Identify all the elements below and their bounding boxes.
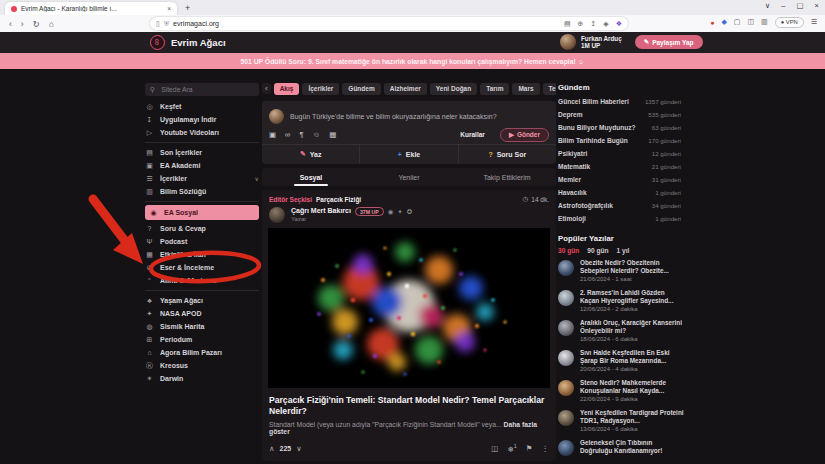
popular-article[interactable]: Geleneksel Çin Tıbbının Doğruluğu Kanıtl… (558, 439, 689, 464)
tab-yeni-dogan[interactable]: Yeni Doğan (430, 83, 477, 95)
popular-article[interactable]: 2. Ramses'in Lahidi Gözden Kaçan Hiyerog… (558, 289, 689, 317)
ask-question-button[interactable]: ?Soru Sor (459, 145, 556, 163)
filter-1-year[interactable]: 1 yıl (617, 247, 630, 254)
agenda-topic[interactable]: Astrofotoğrafçılık34 gönderi (558, 199, 689, 212)
window-close-icon[interactable]: × (815, 1, 819, 10)
sidebar-item-youtube-videolari[interactable]: ▷Youtube Videoları (145, 126, 259, 139)
sidebar-item-ea-akademi[interactable]: ▣EA Akademi (145, 159, 259, 172)
extension-blue-icon[interactable]: ◆ (721, 18, 726, 26)
view-tab-yeniler[interactable]: Yeniler (360, 168, 458, 186)
particle-collision-image[interactable] (268, 228, 550, 388)
containers-icon[interactable]: ▥ (761, 18, 768, 26)
rules-link[interactable]: Kurallar (460, 131, 485, 138)
tab-tarim[interactable]: Tarım (480, 83, 509, 95)
agenda-topic[interactable]: Güncel Bilim Haberleri1357 gönderi (558, 95, 689, 108)
sidebar-item-periodum[interactable]: ⊞Periodum (145, 333, 259, 346)
window-minimize-icon[interactable]: – (781, 1, 785, 10)
sidebar-item-nasa-apod[interactable]: ✦NASA APOD (145, 307, 259, 320)
popular-article[interactable]: Aralıklı Oruç, Karaciğer Kanserini Önley… (558, 319, 689, 347)
write-button[interactable]: ✎Yaz (262, 145, 360, 163)
sidebar-item-darwin[interactable]: ✶Darwin (145, 372, 259, 385)
sidebar-item-kreosus[interactable]: ⓀKreosus (145, 359, 259, 372)
sidebar-item-son-icerikler[interactable]: ▤Son İçerikler (145, 146, 259, 159)
agenda-topic[interactable]: Bunu Biliyor Muydunuz?63 gönderi (558, 121, 689, 134)
post-title[interactable]: Parçacık Fiziği'nin Temeli: Standart Mod… (262, 388, 556, 416)
agenda-topic[interactable]: Psikiyatri12 gönderi (558, 147, 689, 160)
emoji-icon[interactable]: ☺ (312, 130, 320, 139)
sidebar-item-etkinlik-ilan[interactable]: ▦Etkinlik & İlan (145, 248, 259, 261)
agenda-topic[interactable]: Havacılık1 gönderi (558, 186, 689, 199)
view-tab-takip-ettiklerim[interactable]: Takip Ettiklerim (458, 168, 556, 186)
reload-icon[interactable]: ↻ (33, 19, 40, 29)
sidebar-item-yasam-agaci[interactable]: ♣Yaşam Ağacı (145, 294, 259, 307)
sidebar-item-agora-bilim-pazari[interactable]: ⌂Agora Bilim Pazarı (145, 346, 259, 359)
popular-article[interactable]: Obezite Nedir? Obezitenin Sebepleri Nele… (558, 259, 689, 287)
agenda-topic[interactable]: Matematik21 gönderi (558, 160, 689, 173)
composer-placeholder[interactable]: Bugün Türkiye'de bilime ve bilim okuryaz… (290, 113, 497, 120)
kebab-menu-icon[interactable]: ⋮ (542, 444, 550, 453)
share-icon[interactable]: ↥ (590, 20, 596, 28)
sidebar-item-sismik-harita[interactable]: ◍Sismik Harita (145, 320, 259, 333)
agenda-topic[interactable]: Deprem535 gönderi (558, 108, 689, 121)
popular-article[interactable]: Steno Nedir? Mahkemelerde Konuşulanlar N… (558, 379, 689, 407)
tab-gundem[interactable]: Gündem (342, 83, 380, 95)
table-icon[interactable]: ▦ (329, 130, 336, 139)
home-icon[interactable]: ⌂ (49, 19, 54, 29)
add-button[interactable]: +Ekle (360, 145, 458, 163)
tab-mars[interactable]: Mars (512, 83, 539, 95)
filter-90-days[interactable]: 90 gün (587, 247, 608, 254)
site-search[interactable]: ⚲ (145, 83, 259, 96)
site-brand-name[interactable]: Evrim Ağacı (171, 37, 226, 48)
tracking-protection-icon[interactable]: ⛨ (164, 20, 169, 28)
filter-30-days[interactable]: 30 gün (558, 247, 579, 254)
format-icon[interactable]: ¶ (299, 130, 303, 139)
reader-icon[interactable]: ▤ (564, 20, 571, 28)
agenda-topic[interactable]: Memler31 gönderi (558, 173, 689, 186)
sidebar-item-kesfet[interactable]: ◎Keşfet (145, 100, 259, 113)
author-name[interactable]: Çağrı Mert Bakırcı (291, 207, 351, 215)
tab-icerikler[interactable]: İçerikler (302, 83, 339, 95)
user-avatar[interactable] (560, 34, 576, 50)
tab-alzheimer[interactable]: Alzheimer (384, 83, 427, 95)
sidebar-item-bilim-sozlugu[interactable]: ▥Bilim Sözlüğü (145, 185, 259, 198)
search-input[interactable] (159, 85, 248, 94)
tabs-prev-icon[interactable]: ‹ (262, 83, 271, 94)
downloads-icon[interactable]: ▢ (734, 18, 741, 26)
agenda-topic[interactable]: Bilim Tarihinde Bugün170 gönderi (558, 134, 689, 147)
browser-tab[interactable]: Evrim Ağacı - Karanlığı bilimle ı... × (5, 2, 177, 15)
extension-red-icon[interactable]: ● (710, 19, 714, 26)
extension-icon[interactable]: ❖ (616, 20, 622, 28)
url-bar[interactable]: ▯ ⛨ evrimagaci.org ▤ ⊕ ↥ ◈ ❖ (150, 17, 628, 30)
popular-article[interactable]: Sıvı Halde Keşfedilen En Eski Şarap Bir … (558, 349, 689, 377)
sidebar-item-icerikler[interactable]: ☰İçerikler∨ (145, 172, 259, 185)
zoom-icon[interactable]: ⊕ (578, 20, 584, 28)
downvote-icon[interactable]: ∨ (296, 444, 302, 453)
link-icon[interactable]: ∞ (285, 130, 290, 139)
site-brand[interactable]: ∞ Evrim Ağacı (150, 35, 226, 50)
tab-close-icon[interactable]: × (167, 5, 171, 12)
tab-temel[interactable]: Temel (543, 83, 556, 95)
image-icon[interactable]: ▣ (269, 130, 276, 139)
upvote-icon[interactable]: ∧ (269, 444, 275, 453)
bookmark-icon[interactable]: ⚑ (526, 444, 533, 453)
snowflake-reaction[interactable]: ❄1 (507, 443, 516, 454)
popular-article[interactable]: Yeni Keşfedilen Tardigrad Proteini TDR1,… (558, 409, 689, 437)
author-avatar[interactable] (269, 207, 285, 223)
announcement-banner[interactable]: 501 UP Ödüllü Soru: 9. Sınıf matematiğe … (0, 53, 825, 69)
sidebar-item-eser-inceleme[interactable]: ⊘Eser & İnceleme (145, 261, 259, 274)
view-tab-sosyal[interactable]: Sosyal (262, 168, 360, 186)
post-category[interactable]: Parçacık Fiziği (316, 196, 361, 203)
back-icon[interactable]: ‹ (9, 19, 12, 29)
url-text[interactable]: evrimagaci.org (173, 20, 557, 27)
forward-icon[interactable]: › (21, 19, 24, 29)
privacy-shield-icon[interactable]: ◈ (603, 20, 608, 28)
window-maximize-icon[interactable]: ▢ (797, 1, 804, 10)
tab-list-icon[interactable]: ∨ (765, 1, 771, 10)
agenda-topic[interactable]: Etimoloji1 gönderi (558, 212, 689, 225)
sidebar-item-soru-cevap[interactable]: ?Soru & Cevap (145, 222, 259, 235)
sidebar-item-ea-sosyal[interactable]: ◉EA Sosyal (145, 205, 259, 220)
sidebar-item-uygulamayi-indir[interactable]: ↧Uygulamayı İndir (145, 113, 259, 126)
new-tab-button[interactable]: + (185, 3, 190, 13)
share-post-button[interactable]: ✎ Paylaşım Yap (635, 35, 703, 49)
vpn-button[interactable]: ● VPN (775, 17, 804, 28)
